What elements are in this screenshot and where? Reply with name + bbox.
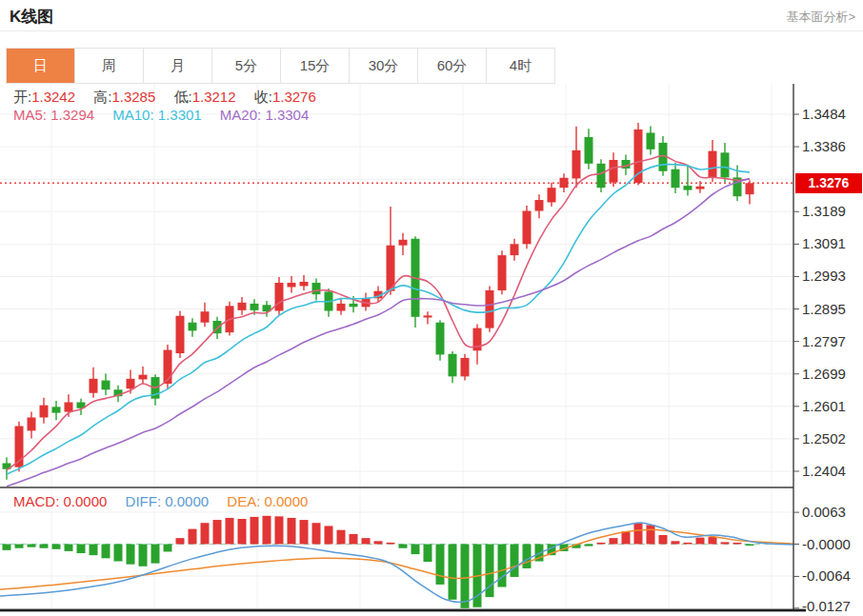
high-value: 1.3285 <box>111 89 155 105</box>
price-tick-label: 1.2797 <box>802 333 861 349</box>
price-tick-label: 1.2699 <box>802 366 861 382</box>
ma5-value: 1.3294 <box>50 107 94 123</box>
ma20-line <box>7 179 750 487</box>
close-value: 1.3276 <box>272 89 316 105</box>
price-tick-label: 1.2502 <box>802 430 861 447</box>
low-value: 1.3212 <box>192 89 236 105</box>
dea-value: 0.0000 <box>265 493 309 509</box>
price-tick-label: 1.2601 <box>802 398 861 414</box>
close-label: 收: <box>254 89 272 105</box>
diff-label: DIFF: <box>126 493 162 509</box>
diff-pair: DIFF: 0.0000 <box>126 493 210 509</box>
macd-pair: MACD: 0.0000 <box>13 493 107 509</box>
ma5-pair: MA5: 1.3294 <box>13 107 94 123</box>
price-tick-label: 1.3189 <box>802 203 861 219</box>
high-label: 高: <box>93 89 111 105</box>
ma10-line <box>7 165 750 475</box>
ohlc-legend: 开:1.3242 高:1.3285 低:1.3212 收:1.3276 <box>13 89 331 107</box>
ma10-label: MA10: <box>112 107 153 123</box>
open-label: 开: <box>13 89 31 105</box>
price-tick-label: 1.3091 <box>802 235 861 251</box>
high-pair: 高:1.3285 <box>93 89 155 105</box>
chart-area: 开:1.3242 高:1.3285 低:1.3212 收:1.3276 MA5:… <box>0 84 863 616</box>
price-tick-label: 1.3484 <box>802 106 861 122</box>
open-pair: 开:1.3242 <box>13 89 75 105</box>
price-tick-label: 1.2895 <box>802 301 861 317</box>
ma20-value: 1.3304 <box>265 107 309 123</box>
kline-page: K线图 基本面分析> 日周月5分15分30分60分4时 开:1.3242 高:1… <box>0 0 863 616</box>
price-tick-label: 1.2404 <box>802 463 861 479</box>
macd-tick-label: -0.0127 <box>802 598 861 614</box>
ma5-line <box>7 155 750 469</box>
price-tick-label: 1.3386 <box>802 138 861 154</box>
current-price-badge: 1.3276 <box>795 173 862 193</box>
diff-value: 0.0000 <box>165 493 209 509</box>
ma10-pair: MA10: 1.3301 <box>112 107 201 123</box>
macd-legend: MACD: 0.0000 DIFF: 0.0000 DEA: 0.0000 <box>13 493 322 509</box>
dea-label: DEA: <box>227 493 260 509</box>
diff-line <box>0 523 793 603</box>
low-pair: 低:1.3212 <box>173 89 235 105</box>
dea-pair: DEA: 0.0000 <box>227 493 308 509</box>
macd-tick-label: -0.0064 <box>802 567 861 584</box>
open-value: 1.3242 <box>31 89 75 105</box>
macd-tick-label: 0.0063 <box>802 504 861 520</box>
ma-legend: MA5: 1.3294 MA10: 1.3301 MA20: 1.3304 <box>13 107 323 123</box>
ma20-pair: MA20: 1.3304 <box>220 107 309 123</box>
ma5-label: MA5: <box>13 107 47 123</box>
price-tick-label: 1.2993 <box>802 268 861 284</box>
close-pair: 收:1.3276 <box>254 89 316 105</box>
macd-label: MACD: <box>13 493 59 509</box>
macd-tick-label: -0.0000 <box>802 536 861 552</box>
macd-value: 0.0000 <box>64 493 108 509</box>
low-label: 低: <box>173 89 191 105</box>
ma10-value: 1.3301 <box>158 107 202 123</box>
ma20-label: MA20: <box>220 107 261 123</box>
